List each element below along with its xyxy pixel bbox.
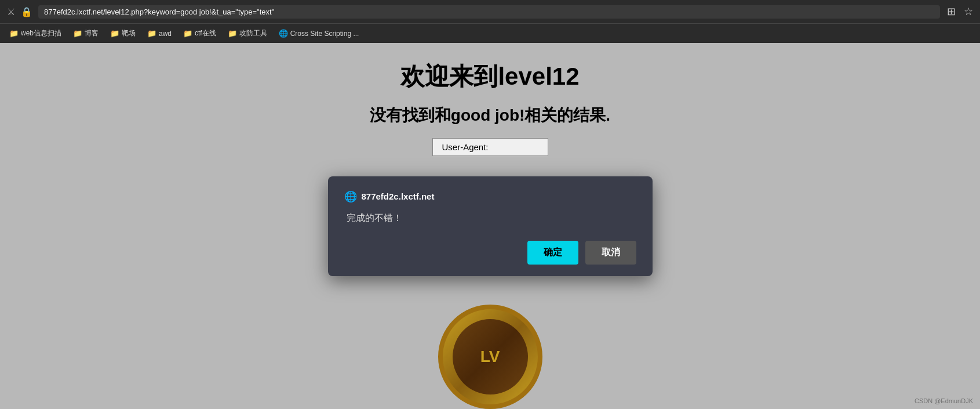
alert-overlay: 🌐 877efd2c.lxctf.net 完成的不错！ 确定 取消 xyxy=(0,43,980,409)
bookmark-cross-site[interactable]: 🌐 Cross Site Scripting ... xyxy=(274,27,364,39)
bookmark-attack-tools[interactable]: 📁 攻防工具 xyxy=(223,27,272,40)
folder-icon: 📁 xyxy=(183,29,192,38)
folder-icon: 📁 xyxy=(73,29,82,38)
bookmark-label: Cross Site Scripting ... xyxy=(290,30,359,38)
cancel-button[interactable]: 取消 xyxy=(585,241,636,265)
favorites-icon[interactable]: ☆ xyxy=(964,5,973,18)
bookmark-label: 靶场 xyxy=(122,28,136,38)
browser-chrome: ⚔ 🔒 877efd2c.lxctf.net/level12.php?keywo… xyxy=(0,0,980,43)
bookmark-label: 博客 xyxy=(85,28,99,38)
bookmark-awd[interactable]: 📁 awd xyxy=(143,27,176,39)
bookmark-label: web信息扫描 xyxy=(21,28,61,38)
folder-icon: 📁 xyxy=(147,29,156,38)
bookmark-web-scan[interactable]: 📁 web信息扫描 xyxy=(5,27,66,40)
alert-message: 完成的不错！ xyxy=(344,212,636,225)
title-bar-right: ⊞ ☆ xyxy=(947,5,973,18)
globe-icon: 🌐 xyxy=(279,29,288,38)
bookmark-blog[interactable]: 📁 博客 xyxy=(68,27,103,40)
confirm-button[interactable]: 确定 xyxy=(527,241,578,265)
alert-dialog: 🌐 877efd2c.lxctf.net 完成的不错！ 确定 取消 xyxy=(328,176,653,276)
alert-domain: 877efd2c.lxctf.net xyxy=(362,191,435,201)
bookmark-靶场[interactable]: 📁 靶场 xyxy=(105,27,140,40)
alert-globe-icon: 🌐 xyxy=(344,190,357,203)
alert-header: 🌐 877efd2c.lxctf.net xyxy=(344,190,636,203)
bookmarks-bar: 📁 web信息扫描 📁 博客 📁 靶场 📁 awd 📁 ctf在线 📁 攻防工具… xyxy=(0,23,980,43)
title-bar-icons: ⚔ 🔒 xyxy=(7,6,32,17)
folder-icon: 📁 xyxy=(9,29,19,38)
bookmark-label: awd xyxy=(159,30,172,38)
url-text: 877efd2c.lxctf.net/level12.php?keyword=g… xyxy=(44,8,274,16)
folder-icon: 📁 xyxy=(110,29,119,38)
extensions-icon[interactable]: ⊞ xyxy=(947,5,956,18)
title-bar: ⚔ 🔒 877efd2c.lxctf.net/level12.php?keywo… xyxy=(0,0,980,23)
url-bar[interactable]: 877efd2c.lxctf.net/level12.php?keyword=g… xyxy=(38,5,940,19)
bookmark-label: 攻防工具 xyxy=(239,28,267,38)
shield-icon: ⚔ xyxy=(7,6,15,17)
alert-buttons: 确定 取消 xyxy=(344,241,636,265)
folder-icon: 📁 xyxy=(228,29,237,38)
bookmark-label: ctf在线 xyxy=(195,28,216,38)
page-content: 欢迎来到level12 没有找到和good job!相关的结果. User-Ag… xyxy=(0,43,980,409)
lock-icon: 🔒 xyxy=(21,6,32,17)
bookmark-ctf-online[interactable]: 📁 ctf在线 xyxy=(178,27,221,40)
